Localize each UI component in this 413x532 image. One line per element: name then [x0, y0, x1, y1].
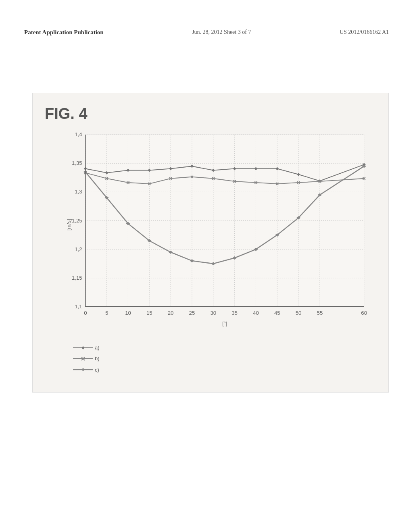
svg-text:15: 15: [146, 310, 152, 316]
svg-marker-98: [81, 346, 85, 349]
figure-container: FIG. 4: [32, 93, 389, 393]
page: Patent Application Publication Jun. 28, …: [0, 0, 413, 532]
chart-svg: 1,4 1,35 1,3 1,25 1,2 1,15 1,1 [m/s] 0 5…: [65, 131, 372, 335]
svg-text:10: 10: [125, 310, 131, 316]
svg-text:1,15: 1,15: [72, 275, 82, 281]
svg-text:0: 0: [84, 310, 87, 316]
legend-label-c: c): [95, 365, 99, 374]
header-left: Patent Application Publication: [24, 29, 104, 36]
svg-text:1,4: 1,4: [75, 131, 82, 137]
legend-label-b: b): [95, 354, 100, 363]
svg-text:60: 60: [361, 310, 367, 316]
svg-text:1,35: 1,35: [72, 160, 82, 166]
svg-text:[m/s]: [m/s]: [66, 219, 72, 231]
svg-text:40: 40: [253, 310, 259, 316]
svg-text:1,3: 1,3: [75, 189, 82, 195]
svg-text:[°]: [°]: [222, 320, 227, 326]
svg-text:1,2: 1,2: [75, 246, 82, 252]
header: Patent Application Publication Jun. 28, …: [0, 29, 413, 36]
svg-marker-103: [81, 368, 85, 371]
svg-text:1,1: 1,1: [75, 303, 82, 310]
legend-label-a: a): [95, 343, 100, 352]
svg-text:20: 20: [168, 310, 174, 316]
figure-title: FIG. 4: [45, 105, 380, 123]
legend-item-c: c): [73, 365, 380, 374]
legend: a) b) c): [73, 343, 380, 374]
svg-text:45: 45: [274, 310, 280, 316]
svg-text:1,25: 1,25: [72, 218, 82, 224]
legend-line-a: [73, 345, 93, 350]
svg-text:5: 5: [105, 310, 108, 316]
legend-item-b: b): [73, 354, 380, 363]
header-right: US 2012/0166162 A1: [340, 29, 389, 36]
legend-line-c: [73, 367, 93, 372]
legend-line-b: [73, 356, 93, 361]
svg-text:55: 55: [317, 310, 323, 316]
chart-area: 1,4 1,35 1,3 1,25 1,2 1,15 1,1 [m/s] 0 5…: [65, 131, 372, 337]
header-center: Jun. 28, 2012 Sheet 3 of 7: [192, 29, 251, 36]
legend-item-a: a): [73, 343, 380, 352]
svg-text:35: 35: [232, 310, 238, 316]
svg-text:25: 25: [189, 310, 195, 316]
svg-text:50: 50: [296, 310, 302, 316]
svg-text:30: 30: [210, 310, 216, 316]
